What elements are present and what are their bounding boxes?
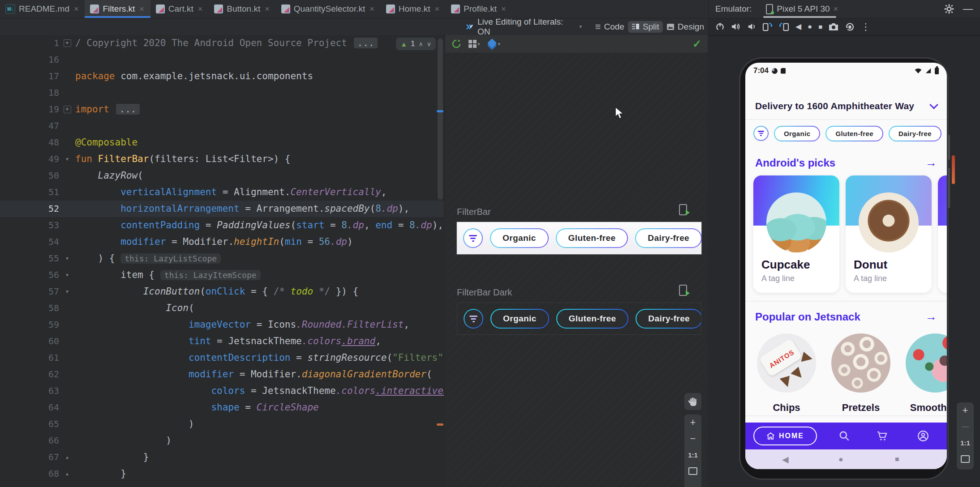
gear-icon[interactable]: [944, 4, 954, 14]
close-icon[interactable]: ×: [74, 4, 79, 14]
popular-item-chips[interactable]: ANITOS: [757, 333, 816, 393]
code-line[interactable]: 56▾ item { this: LazyItemScope: [0, 267, 444, 283]
snack-card-cupcake[interactable]: CupcakeA tag line: [753, 175, 839, 293]
volume-up-icon[interactable]: [731, 22, 740, 31]
build-refresh-icon[interactable]: [451, 39, 461, 49]
code-line[interactable]: 47: [0, 118, 444, 134]
layers-button[interactable]: ▾: [487, 39, 501, 48]
code-line[interactable]: 55▾ ) { this: LazyListScope: [0, 250, 444, 267]
code-line[interactable]: 54 modifier = Modifier.heightIn(min = 56…: [0, 234, 444, 250]
close-icon[interactable]: ×: [265, 4, 270, 14]
filter-chip-gluten-free[interactable]: Gluten-free: [556, 228, 628, 248]
power-icon[interactable]: [715, 22, 725, 31]
code-line[interactable]: 53 contentPadding = PaddingValues(start …: [0, 217, 444, 234]
overview-icon[interactable]: ■: [818, 23, 822, 30]
nav-cart-icon[interactable]: [876, 430, 888, 442]
popular-item-smoothies[interactable]: [906, 333, 947, 393]
preview-filterbar-light[interactable]: OrganicGluten-freeDairy-free: [457, 222, 701, 254]
back-icon[interactable]: ◀: [795, 22, 801, 31]
code-line[interactable]: 51 verticalAlignment = Alignment.CenterV…: [0, 184, 444, 201]
code-line[interactable]: 61 contentDescription = stringResource("…: [0, 350, 444, 366]
pan-tool-button[interactable]: [684, 393, 701, 410]
more-options-icon[interactable]: ⋮: [861, 21, 870, 32]
code-line[interactable]: 64 shape = CircleShape: [0, 399, 444, 416]
code-line[interactable]: 62 modifier = Modifier.diagonalGradientB…: [0, 366, 444, 383]
close-icon[interactable]: ×: [370, 4, 374, 14]
tab-Home.kt[interactable]: Home.kt×: [381, 0, 446, 18]
code-line[interactable]: 49▾fun FilterBar(filters: List<Filter>) …: [0, 151, 444, 167]
split-view-button[interactable]: Split: [628, 21, 663, 33]
run-preview-on-device-icon[interactable]: [678, 204, 690, 216]
code-line[interactable]: 65 ): [0, 416, 444, 432]
filter-chip-dairy-free[interactable]: Dairy-free: [889, 126, 941, 141]
filter-chip-dairy-free[interactable]: Dairy-free: [635, 228, 701, 248]
next-issue-icon[interactable]: ∨: [427, 40, 431, 47]
code-line[interactable]: 63 colors = JetsnackTheme.colors.interac…: [0, 383, 444, 399]
rotate-left-icon[interactable]: [762, 22, 773, 31]
prev-issue-icon[interactable]: ∧: [419, 40, 423, 47]
filter-chip-gluten-free[interactable]: Gluten-free: [825, 126, 883, 141]
todo-stripe-mark[interactable]: [437, 423, 443, 426]
zoom-in-button[interactable]: +: [957, 402, 974, 419]
code-line[interactable]: 16: [0, 51, 444, 68]
filter-chip-organic[interactable]: Organic: [774, 126, 820, 141]
emulator-device-tab[interactable]: Pixel 5 API 30 ×: [761, 0, 842, 18]
snack-card-donut[interactable]: DonutA tag line: [846, 175, 932, 293]
popular-item-pretzels[interactable]: [831, 333, 890, 393]
close-icon[interactable]: ×: [198, 4, 203, 14]
code-line[interactable]: 66 ): [0, 432, 444, 449]
filter-chip-gluten-free[interactable]: Gluten-free: [556, 309, 629, 329]
view-options-button[interactable]: ▾: [469, 40, 480, 48]
zoom-in-button[interactable]: +: [684, 414, 701, 431]
close-icon[interactable]: ×: [435, 4, 440, 14]
tab-QuantitySelector.kt[interactable]: QuantitySelector.kt×: [276, 0, 381, 18]
preview-filterbar-dark[interactable]: OrganicGluten-freeDairy-free: [457, 303, 701, 335]
volume-down-icon[interactable]: [747, 22, 756, 31]
filter-icon[interactable]: [463, 228, 483, 248]
android-back-icon[interactable]: ◀: [782, 454, 789, 465]
filter-chip-dairy-free[interactable]: Dairy-free: [636, 309, 701, 329]
home-icon[interactable]: ●: [808, 22, 812, 31]
filter-icon[interactable]: [464, 309, 483, 329]
code-line[interactable]: 67▴ }: [0, 449, 444, 466]
code-line[interactable]: 58 Icon(: [0, 300, 444, 316]
filter-chip-organic[interactable]: Organic: [490, 309, 549, 329]
tab-Filters.kt[interactable]: Filters.kt×: [85, 0, 150, 18]
android-overview-icon[interactable]: ■: [895, 455, 899, 463]
zoom-out-button[interactable]: —: [957, 419, 974, 435]
code-line[interactable]: 1+/ Copyright 2020 The Android Open Sour…: [0, 35, 444, 51]
close-icon[interactable]: ×: [834, 4, 838, 14]
caret-stripe-mark[interactable]: [437, 110, 443, 112]
live-edit-toggle[interactable]: Live Editing of Literals: ON ▾: [462, 16, 585, 38]
code-editor[interactable]: 1+/ Copyright 2020 The Android Open Sour…: [0, 35, 444, 487]
zoom-out-button[interactable]: −: [684, 431, 701, 447]
code-line[interactable]: 60 tint = JetsnackTheme.colors.brand,: [0, 333, 444, 350]
nav-search-icon[interactable]: [838, 430, 850, 442]
code-line[interactable]: 59 imageVector = Icons.Rounded.FilterLis…: [0, 316, 444, 333]
inspections-widget[interactable]: ▲ 1 ∧ ∨: [396, 38, 436, 50]
nav-profile-icon[interactable]: [917, 430, 929, 442]
hide-panel-icon[interactable]: —: [963, 3, 973, 15]
code-view-button[interactable]: ≡ Code: [592, 20, 628, 34]
tab-README.md[interactable]: M↓README.md×: [0, 0, 85, 18]
tab-Button.kt[interactable]: Button.kt×: [209, 0, 276, 18]
zoom-actual-button[interactable]: 1:1: [957, 435, 974, 451]
tab-Cart.kt[interactable]: Cart.kt×: [150, 0, 209, 18]
run-preview-on-device-icon[interactable]: [678, 285, 690, 296]
filter-chip-organic[interactable]: Organic: [490, 228, 549, 248]
screenshot-camera-icon[interactable]: [829, 22, 838, 31]
zoom-to-fit-button[interactable]: [684, 463, 701, 479]
code-line[interactable]: 18: [0, 85, 444, 101]
zoom-actual-button[interactable]: 1:1: [684, 447, 701, 463]
reset-rotation-icon[interactable]: [845, 22, 855, 32]
design-view-button[interactable]: Design: [663, 21, 708, 33]
close-icon[interactable]: ×: [139, 4, 144, 14]
fold-expand-icon[interactable]: +: [64, 39, 71, 47]
nav-home-button[interactable]: HOME: [753, 427, 817, 445]
code-line[interactable]: 57▾ IconButton(onClick = { /* todo */ })…: [0, 283, 444, 300]
editor-scrollbar[interactable]: [438, 38, 443, 200]
arrow-right-icon[interactable]: →: [925, 156, 937, 170]
code-line[interactable]: 68▴ }: [0, 466, 444, 482]
tab-Profile.kt[interactable]: Profile.kt×: [446, 0, 512, 18]
zoom-to-fit-button[interactable]: [957, 451, 974, 467]
